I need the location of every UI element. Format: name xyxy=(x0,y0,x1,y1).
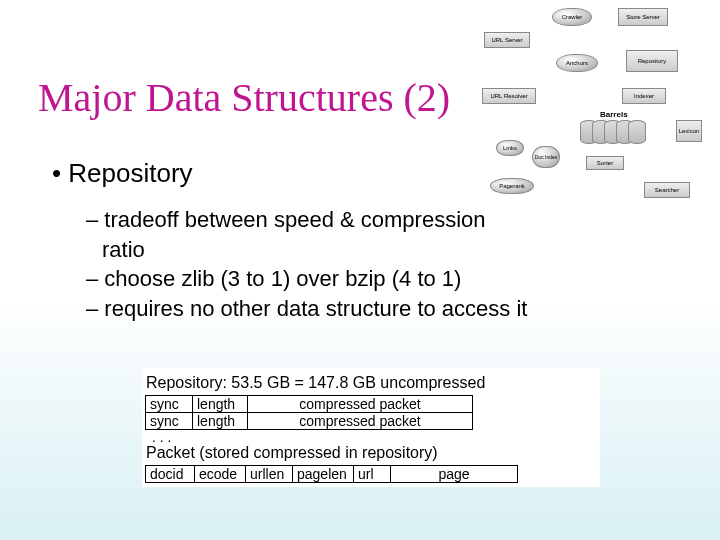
repo-row-2: sync length compressed packet xyxy=(146,413,596,430)
node-links: Links xyxy=(496,140,524,156)
node-urlserver: URL Server xyxy=(484,32,530,48)
cell-page: page xyxy=(390,465,518,483)
node-searcher: Searcher xyxy=(644,182,690,198)
node-crawler: Crawler xyxy=(552,8,592,26)
repository-size-label: Repository: 53.5 GB = 147.8 GB uncompres… xyxy=(146,374,596,392)
bullet-repository: • Repository xyxy=(52,158,193,189)
cell-urllen: urllen xyxy=(245,465,293,483)
packet-label: Packet (stored compressed in repository) xyxy=(146,444,596,462)
sub-bullet-1a: – tradeoff between speed & compression xyxy=(86,206,527,234)
sub-bullet-1b: ratio xyxy=(102,236,527,264)
node-anchors: Anchors xyxy=(556,54,598,72)
repo-row-1: sync length compressed packet xyxy=(146,396,596,413)
node-indexer: Indexer xyxy=(622,88,666,104)
cell-compressed-packet-2: compressed packet xyxy=(247,412,473,430)
barrel-cyl-5 xyxy=(628,120,646,144)
barrels-label: Barrels xyxy=(600,110,628,119)
repository-tables: Repository: 53.5 GB = 147.8 GB uncompres… xyxy=(142,368,600,487)
cell-sync: sync xyxy=(145,395,193,413)
cell-length-2: length xyxy=(192,412,248,430)
node-urlresolver: URL Resolver xyxy=(482,88,536,104)
slide-title: Major Data Structures (2) xyxy=(38,74,450,121)
ellipsis: . . . xyxy=(146,430,596,444)
packet-row: docid ecode urllen pagelen url page xyxy=(146,466,596,483)
sub-bullet-2: – choose zlib (3 to 1) over bzip (4 to 1… xyxy=(86,265,527,293)
sub-bullets: – tradeoff between speed & compression r… xyxy=(86,206,527,324)
architecture-diagram: Crawler Store Server URL Server Anchors … xyxy=(482,6,702,206)
cell-pagelen: pagelen xyxy=(292,465,354,483)
node-sorter: Sorter xyxy=(586,156,624,170)
node-docindex: Doc Index xyxy=(532,146,560,168)
node-pagerank: Pagerank xyxy=(490,178,534,194)
node-lexicon: Lexicon xyxy=(676,120,702,142)
cell-compressed-packet: compressed packet xyxy=(247,395,473,413)
sub-bullet-3: – requires no other data structure to ac… xyxy=(86,295,527,323)
cell-url: url xyxy=(353,465,391,483)
node-storeserver: Store Server xyxy=(618,8,668,26)
cell-sync-2: sync xyxy=(145,412,193,430)
cell-length: length xyxy=(192,395,248,413)
node-repository: Repository xyxy=(626,50,678,72)
cell-docid: docid xyxy=(145,465,195,483)
cell-ecode: ecode xyxy=(194,465,246,483)
